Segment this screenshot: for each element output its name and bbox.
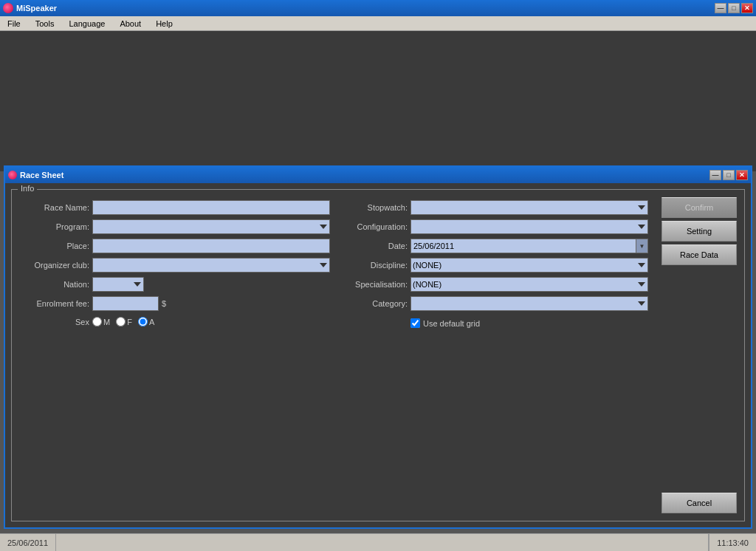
left-form: Race Name: Program: Place: — [19, 197, 330, 513]
nation-select[interactable] — [92, 277, 144, 292]
race-name-input[interactable] — [92, 200, 330, 215]
discipline-select[interactable]: (NONE) — [410, 258, 648, 273]
title-bar-controls: — □ ✕ — [715, 3, 753, 13]
menu-about[interactable]: About — [115, 18, 145, 30]
place-input[interactable] — [92, 239, 330, 253]
organizer-club-label: Organizer club: — [19, 261, 89, 270]
program-row: Program: — [19, 219, 330, 234]
dialog-maximize-button[interactable]: □ — [723, 170, 735, 180]
currency-symbol: $ — [162, 299, 166, 308]
stopwatch-select[interactable] — [410, 200, 648, 215]
program-label: Program: — [19, 222, 89, 231]
date-input[interactable] — [411, 241, 636, 251]
app-title-bar: MiSpeaker — □ ✕ — [0, 0, 756, 16]
menu-file[interactable]: File — [3, 18, 25, 30]
use-default-grid-checkbox[interactable] — [410, 318, 420, 328]
nation-label: Nation: — [19, 280, 89, 289]
status-date: 25/06/2011 — [0, 534, 56, 551]
date-wrapper: ▼ — [410, 239, 648, 253]
cancel-button[interactable]: Cancel — [662, 493, 737, 513]
date-dropdown-button[interactable]: ▼ — [636, 239, 647, 253]
enrolment-fee-row: Enrolment fee: $ — [19, 296, 330, 311]
status-time: 11:13:40 — [709, 534, 756, 551]
enrolment-fee-label: Enrolment fee: — [19, 299, 89, 308]
sex-radio-group: M F A — [92, 317, 154, 326]
dialog-title: Race Sheet — [20, 171, 63, 179]
stopwatch-row: Stopwatch: — [337, 200, 648, 215]
confirm-button[interactable]: Confirm — [662, 197, 737, 218]
category-label: Category: — [337, 299, 408, 308]
menu-help[interactable]: Help — [151, 18, 177, 30]
dialog-title-bar: Race Sheet — □ ✕ — [5, 167, 751, 183]
program-select[interactable] — [92, 219, 330, 234]
right-form: Stopwatch: Configuration: — [337, 197, 648, 513]
configuration-label: Configuration: — [337, 222, 408, 231]
enrolment-fee-input[interactable] — [92, 296, 159, 311]
nation-row: Nation: — [19, 277, 330, 292]
sex-a-option[interactable]: A — [138, 317, 154, 326]
dialog-title-left: Race Sheet — [8, 171, 63, 179]
specialisation-label: Specialisation: — [337, 280, 408, 289]
sex-a-label: A — [149, 318, 154, 326]
main-area: Race Sheet — □ ✕ Info Race Name: — [0, 31, 756, 551]
race-sheet-dialog: Race Sheet — □ ✕ Info Race Name: — [4, 165, 752, 529]
sex-m-option[interactable]: M — [92, 317, 110, 326]
organizer-club-select[interactable] — [92, 258, 330, 273]
app-close-button[interactable]: ✕ — [741, 3, 753, 13]
category-select[interactable] — [410, 296, 648, 311]
dialog-close-button[interactable]: ✕ — [736, 170, 748, 180]
sex-m-radio[interactable] — [92, 317, 102, 326]
menu-tools[interactable]: Tools — [31, 18, 59, 30]
menu-bar: File Tools Language About Help — [0, 16, 756, 31]
race-name-row: Race Name: — [19, 200, 330, 215]
configuration-select[interactable] — [410, 219, 648, 234]
info-group-label: Info — [18, 184, 37, 193]
menu-language[interactable]: Language — [64, 18, 109, 30]
stopwatch-label: Stopwatch: — [337, 203, 408, 212]
sex-f-radio[interactable] — [116, 317, 126, 326]
place-row: Place: — [19, 239, 330, 253]
status-middle — [56, 534, 709, 551]
category-row: Category: — [337, 296, 648, 311]
sex-a-radio[interactable] — [138, 317, 148, 326]
discipline-row: Discipline: (NONE) — [337, 258, 648, 273]
dialog-content: Info Race Name: Program: — [5, 183, 751, 527]
title-bar-left: MiSpeaker — [3, 3, 57, 13]
app-minimize-button[interactable]: — — [715, 3, 726, 13]
configuration-row: Configuration: — [337, 219, 648, 234]
date-row: Date: ▼ — [337, 239, 648, 253]
race-data-button[interactable]: Race Data — [662, 244, 737, 265]
setting-button[interactable]: Setting — [662, 221, 737, 242]
app-icon — [3, 3, 13, 13]
sex-row: Sex M F — [19, 317, 330, 326]
dark-top-area — [0, 31, 756, 171]
organizer-club-row: Organizer club: — [19, 258, 330, 273]
use-default-grid-row: Use default grid — [337, 318, 648, 328]
status-bar: 25/06/2011 11:13:40 — [0, 533, 756, 551]
dialog-minimize-button[interactable]: — — [709, 170, 721, 180]
specialisation-row: Specialisation: (NONE) — [337, 277, 648, 292]
place-label: Place: — [19, 242, 89, 250]
form-area: Race Name: Program: Place: — [19, 197, 737, 513]
buttons-column: Confirm Setting Race Data Cancel — [656, 197, 737, 513]
sex-f-option[interactable]: F — [116, 317, 132, 326]
sex-f-label: F — [127, 318, 132, 326]
dialog-icon — [8, 171, 17, 179]
race-name-label: Race Name: — [19, 203, 89, 212]
sex-label: Sex — [19, 318, 89, 326]
date-label: Date: — [337, 242, 408, 250]
use-default-grid-label: Use default grid — [423, 319, 480, 328]
info-group: Info Race Name: Program: — [11, 189, 745, 521]
specialisation-select[interactable]: (NONE) — [410, 277, 648, 292]
sex-m-label: M — [103, 318, 110, 326]
app-title: MiSpeaker — [16, 4, 57, 13]
discipline-label: Discipline: — [337, 261, 408, 270]
dialog-title-controls: — □ ✕ — [709, 170, 748, 180]
app-maximize-button[interactable]: □ — [728, 3, 740, 13]
